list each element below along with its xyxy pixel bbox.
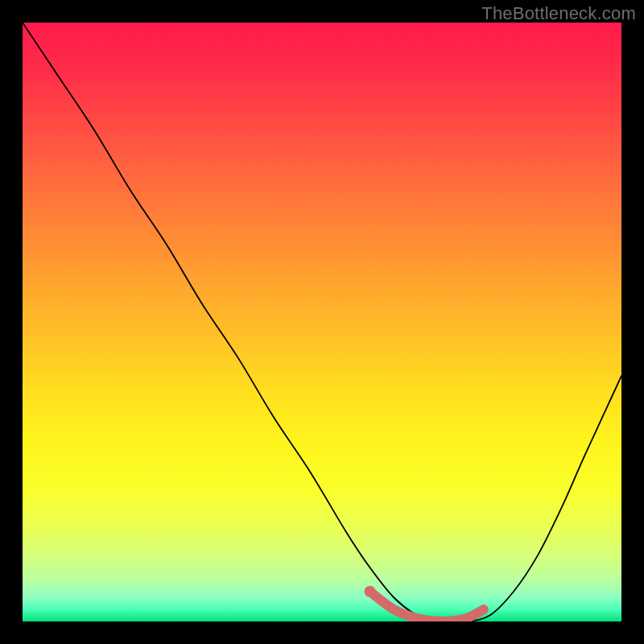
watermark-text: TheBottleneck.com: [481, 3, 636, 24]
highlight-start-dot: [365, 586, 376, 597]
curve-svg: [23, 23, 621, 621]
chart-stage: TheBottleneck.com: [0, 0, 644, 644]
highlight-segment-path: [370, 592, 484, 621]
bottleneck-curve-path: [23, 23, 621, 621]
plot-area: [23, 23, 621, 621]
